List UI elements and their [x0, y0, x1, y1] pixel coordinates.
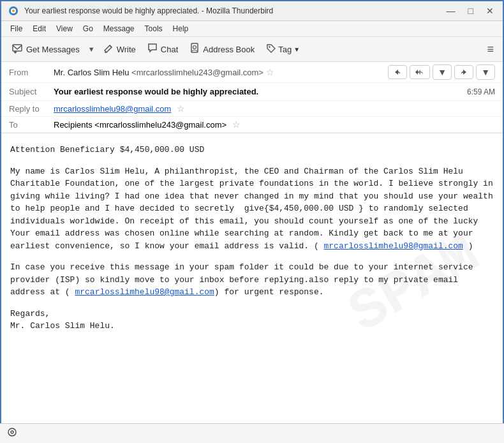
window-title: Your earliest response would be highly a… — [24, 6, 444, 15]
svg-point-8 — [193, 46, 196, 49]
write-label: Write — [117, 45, 136, 54]
address-book-icon — [189, 43, 200, 56]
reply-all-button[interactable] — [410, 65, 430, 79]
more-actions-button[interactable]: ▼ — [433, 64, 452, 80]
chat-label: Chat — [161, 45, 178, 54]
write-button[interactable]: Write — [98, 40, 141, 58]
body-paragraph1: My name is Carlos Slim Helu, A philanthr… — [10, 165, 494, 253]
menu-tools[interactable]: Tools — [141, 23, 167, 34]
status-icon — [6, 426, 18, 440]
subject-value: Your earliest response would be highly a… — [54, 87, 467, 96]
subject-label: Subject — [9, 87, 54, 96]
menu-help[interactable]: Help — [169, 23, 193, 34]
to-value: Recipients <mrcarlosslimhelu243@gmail.co… — [54, 119, 241, 130]
body-link-2[interactable]: mrcarlosslimhelu98@gmail.com — [75, 287, 214, 297]
from-label: From — [9, 68, 54, 77]
email-header: From Mr. Carlos Slim Helu <mrcarlosslimh… — [1, 62, 503, 133]
menu-bar: File Edit View Go Message Tools Help — [1, 21, 503, 37]
menu-edit[interactable]: Edit — [29, 23, 50, 34]
tag-button[interactable]: Tag ▼ — [261, 41, 305, 58]
write-icon — [103, 43, 114, 56]
maximize-button[interactable]: □ — [466, 6, 476, 16]
reply-actions: ▼ ▼ — [388, 62, 503, 82]
svg-point-9 — [269, 46, 271, 47]
to-label: To — [9, 120, 54, 130]
window-controls[interactable]: — □ ✕ — [444, 6, 496, 16]
from-email: <mrcarlosslimhelu243@gmail.com> — [131, 68, 263, 77]
chat-button[interactable]: Chat — [142, 40, 183, 58]
menu-view[interactable]: View — [52, 23, 77, 34]
body-attention: Attention Beneficiary $4,450,000.00 USD — [10, 144, 494, 156]
to-row: To Recipients <mrcarlosslimhelu243@gmail… — [1, 117, 503, 133]
close-button[interactable]: ✕ — [484, 6, 496, 16]
address-book-label: Address Book — [203, 45, 255, 54]
from-section: From Mr. Carlos Slim Helu <mrcarlosslimh… — [1, 62, 503, 83]
email-body: SPAM Attention Beneficiary $4,450,000.00… — [1, 133, 503, 436]
chat-icon — [147, 43, 158, 56]
toolbar: Get Messages ▼ Write Chat Address — [1, 37, 503, 62]
subject-row: Subject Your earliest response would be … — [1, 83, 503, 101]
hamburger-menu-button[interactable]: ≡ — [483, 40, 498, 59]
get-messages-label: Get Messages — [26, 45, 80, 54]
tag-icon — [266, 43, 276, 56]
replyto-star-icon[interactable]: ☆ — [177, 103, 185, 114]
replyto-label: Reply to — [9, 104, 54, 114]
replyto-value: mrcarlosslimhelu98@gmail.com ☆ — [54, 103, 185, 114]
address-book-button[interactable]: Address Book — [184, 40, 260, 58]
reply-button[interactable] — [388, 65, 407, 79]
forward-button[interactable] — [454, 65, 473, 79]
svg-point-11 — [11, 431, 13, 433]
get-messages-icon — [11, 42, 23, 56]
status-bar — [0, 423, 504, 443]
body-link-1[interactable]: mrcarlosslimhelu98@gmail.com — [323, 241, 463, 251]
svg-point-2 — [12, 10, 15, 12]
svg-rect-3 — [13, 45, 22, 51]
from-value: Mr. Carlos Slim Helu <mrcarlosslimhelu24… — [54, 67, 380, 77]
svg-line-5 — [110, 45, 112, 47]
tag-dropdown-icon: ▼ — [293, 46, 300, 53]
from-star-icon[interactable]: ☆ — [266, 67, 274, 77]
body-closing: Regards,Mr. Carlos Slim Helu. — [10, 308, 494, 333]
menu-go[interactable]: Go — [79, 23, 97, 34]
email-time: 6:59 AM — [467, 87, 495, 96]
app-icon — [8, 5, 19, 17]
to-recipients: Recipients <mrcarlosslimhelu243@gmail.co… — [54, 120, 226, 130]
menu-message[interactable]: Message — [100, 23, 138, 34]
get-messages-button[interactable]: Get Messages — [6, 40, 85, 59]
minimize-button[interactable]: — — [444, 6, 458, 16]
replyto-email: mrcarlosslimhelu98@gmail.com — [54, 104, 171, 114]
title-bar: Your earliest response would be highly a… — [1, 1, 503, 21]
from-name: Mr. Carlos Slim Helu — [54, 68, 129, 77]
more-button[interactable]: ▼ — [476, 64, 495, 80]
to-star-icon[interactable]: ☆ — [232, 119, 241, 130]
body-paragraph2: In case you receive this message in your… — [10, 261, 494, 299]
get-messages-dropdown[interactable]: ▼ — [86, 43, 97, 56]
menu-file[interactable]: File — [6, 23, 26, 34]
replyto-row: Reply to mrcarlosslimhelu98@gmail.com ☆ — [1, 101, 503, 117]
tag-label: Tag — [278, 45, 292, 54]
